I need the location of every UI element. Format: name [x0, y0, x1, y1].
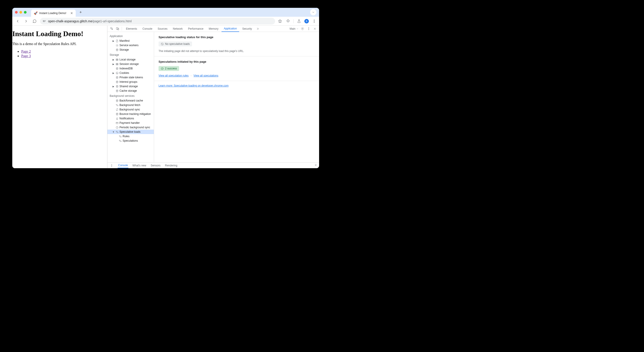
sidebar-item-label: Speculative loads: [120, 130, 140, 133]
sidebar-item[interactable]: IndexedDB: [108, 66, 154, 71]
minimize-window-button[interactable]: [20, 11, 22, 13]
sidebar-item[interactable]: Private state tokens: [108, 75, 154, 80]
sidebar-item-label: Shared storage: [120, 85, 138, 88]
page-link[interactable]: Page 2: [21, 49, 31, 53]
address-actions: B: [277, 18, 317, 24]
sidebar-item-label: Session storage: [120, 62, 139, 66]
inspect-element-icon[interactable]: [109, 26, 114, 31]
sidebar-item[interactable]: Bounce tracking mitigation: [108, 112, 154, 116]
drawer-tab-rendering[interactable]: Rendering: [164, 163, 178, 168]
sidebar-item-label: Private state tokens: [120, 76, 143, 79]
sidebar-item[interactable]: Payment handler: [108, 121, 154, 125]
svg-point-25: [116, 99, 118, 100]
block-icon: [161, 43, 164, 45]
tab-sources[interactable]: Sources: [156, 26, 170, 32]
devtools-menu-icon[interactable]: [306, 26, 311, 31]
drawer-tab-whatsnew[interactable]: What's new: [132, 163, 147, 168]
status-badge: No speculative loads: [158, 41, 192, 46]
sidebar-item[interactable]: Storage: [108, 47, 154, 52]
close-window-button[interactable]: [15, 11, 18, 13]
swap-icon: [116, 130, 118, 133]
sidebar-item[interactable]: Background fetch: [108, 103, 154, 107]
browser-tab[interactable]: 🚀 Instant Loading Demo! ✕: [31, 9, 76, 17]
speculation-links: View all speculation rules · View all sp…: [158, 74, 315, 77]
sidebar-item[interactable]: Cache storage: [108, 88, 154, 93]
sidebar-item[interactable]: ▶Shared storage: [108, 84, 154, 88]
site-info-icon[interactable]: [43, 19, 46, 23]
svg-point-10: [308, 28, 309, 29]
svg-point-18: [116, 72, 117, 73]
view-rules-link[interactable]: View all speculation rules: [158, 74, 189, 77]
close-drawer-icon[interactable]: [314, 163, 317, 167]
sidebar-item[interactable]: ▶Local storage: [108, 57, 154, 62]
bookmark-icon[interactable]: [277, 18, 283, 24]
sidebar-item[interactable]: ▶Manifest: [108, 38, 154, 43]
sidebar-item[interactable]: ▶Session storage: [108, 62, 154, 66]
sidebar-item[interactable]: Periodic background sync: [108, 125, 154, 130]
chevron-right-icon: ▶: [112, 58, 114, 61]
close-devtools-icon[interactable]: [312, 26, 317, 31]
svg-point-24: [116, 90, 118, 90]
more-tabs-icon[interactable]: [255, 26, 260, 31]
drawer-tab-console[interactable]: Console: [118, 163, 128, 168]
tab-elements[interactable]: Elements: [124, 26, 139, 32]
file-icon: [116, 39, 118, 42]
sidebar-item-label: Cache storage: [120, 89, 137, 92]
chevron-right-icon: ▶: [112, 40, 114, 42]
extensions-icon[interactable]: [286, 18, 291, 24]
maximize-window-button[interactable]: [24, 11, 26, 13]
view-speculations-link[interactable]: View all speculations: [194, 74, 218, 77]
drawer-tab-sensors[interactable]: Sensors: [150, 163, 161, 168]
labs-icon[interactable]: [296, 18, 302, 24]
close-tab-icon[interactable]: ✕: [70, 11, 73, 15]
new-tab-button[interactable]: +: [78, 9, 84, 15]
svg-point-2: [314, 20, 314, 20]
settings-icon[interactable]: [300, 26, 305, 31]
forward-button[interactable]: [23, 18, 29, 24]
sidebar-item-label: Storage: [120, 48, 129, 51]
status-panel: Speculative loading status for this page…: [154, 32, 319, 56]
sidebar-item[interactable]: Speculations: [108, 138, 154, 143]
sidebar-item[interactable]: Service workers: [108, 43, 154, 47]
drawer-menu-icon[interactable]: [109, 163, 114, 168]
device-toggle-icon[interactable]: [115, 26, 120, 31]
page-link[interactable]: Page 3: [21, 54, 31, 58]
tab-application[interactable]: Application: [222, 26, 239, 32]
sidebar-item[interactable]: ▼Speculative loads: [108, 130, 154, 134]
sidebar-item[interactable]: Back/forward cache: [108, 98, 154, 103]
learn-more-link[interactable]: Learn more: Speculative loading on devel…: [158, 84, 229, 87]
tab-security[interactable]: Security: [240, 26, 254, 32]
sidebar-item[interactable]: Rules: [108, 134, 154, 138]
gear-icon: [116, 44, 118, 47]
sidebar-item[interactable]: Notifications: [108, 116, 154, 121]
reload-button[interactable]: [32, 18, 38, 24]
sidebar-item[interactable]: Interest groups: [108, 80, 154, 84]
chrome-menu-icon[interactable]: [312, 18, 317, 24]
svg-point-3: [314, 21, 314, 21]
tab-network[interactable]: Network: [170, 26, 185, 32]
sidebar-item[interactable]: Background sync: [108, 107, 154, 112]
url-host: open-chalk-asparagus.glitch.me/page1-url…: [48, 19, 132, 23]
sidebar-item-label: Speculations: [122, 139, 138, 142]
url-bar[interactable]: open-chalk-asparagus.glitch.me/page1-url…: [40, 18, 275, 24]
sidebar-item-label: IndexedDB: [120, 67, 133, 70]
tab-memory[interactable]: Memory: [206, 26, 220, 32]
target-selector[interactable]: Main: [290, 27, 298, 30]
sidebar-item[interactable]: ▶Cookies: [108, 71, 154, 75]
success-badge: 2 success: [158, 66, 179, 71]
tab-overflow-button[interactable]: [310, 9, 316, 15]
tab-strip: 🚀 Instant Loading Demo! ✕ +: [31, 8, 308, 17]
db-icon: [116, 99, 118, 102]
svg-point-9: [308, 27, 309, 28]
clock-icon: [116, 126, 118, 129]
svg-point-23: [116, 85, 118, 86]
sidebar-section-title: Background services: [108, 93, 154, 98]
tab-performance[interactable]: Performance: [186, 26, 206, 32]
tab-console[interactable]: Console: [140, 26, 154, 32]
chevron-right-icon: ▶: [112, 85, 114, 88]
back-button[interactable]: [14, 18, 21, 24]
db-icon: [116, 112, 118, 116]
sidebar-section-title: Storage: [108, 52, 154, 57]
page-link-list: Page 2 Page 3: [12, 49, 107, 58]
profile-avatar[interactable]: B: [304, 19, 309, 23]
